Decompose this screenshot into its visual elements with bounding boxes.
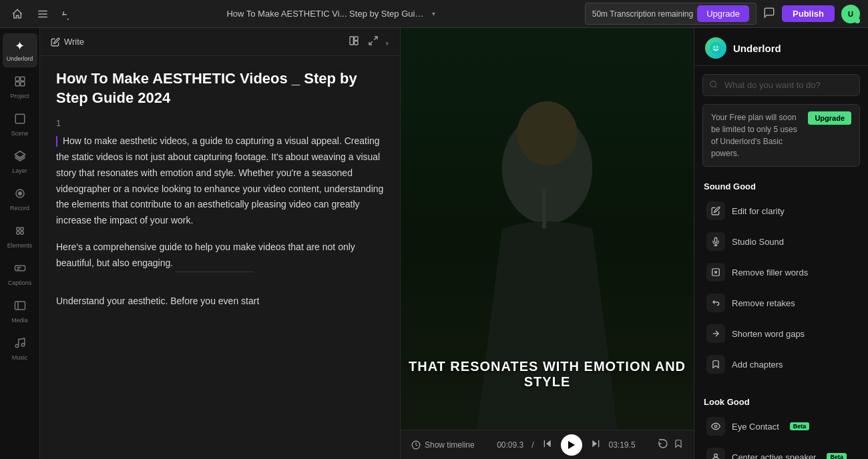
layout-toggle[interactable] — [346, 33, 362, 51]
script-toolbar-left: Write — [51, 37, 84, 47]
svg-rect-22 — [350, 37, 353, 45]
add-chapters-icon — [706, 355, 725, 374]
feature-shorten-gaps[interactable]: Shorten word gaps — [697, 318, 865, 349]
video-area: THAT RESONATES WITH EMOTION AND STYLE — [401, 28, 694, 430]
chevron-down-icon: ▾ — [432, 10, 435, 17]
transcription-badge: 50m Transcription remaining Upgrade — [585, 3, 756, 25]
upgrade-notice-text: Your Free plan will soon be limited to o… — [711, 111, 803, 159]
undo-button[interactable] — [59, 5, 77, 23]
sidebar-item-layer[interactable]: Layer — [3, 145, 37, 179]
search-input[interactable] — [702, 74, 860, 96]
look-good-title: Look Good — [694, 390, 868, 411]
scene-icon — [14, 113, 26, 128]
rewind-icon-button[interactable] — [658, 438, 668, 451]
svg-point-13 — [16, 232, 19, 235]
feature-center-speaker[interactable]: Center active speaker Beta — [697, 442, 865, 459]
remove-filler-icon — [706, 263, 725, 282]
feature-remove-filler[interactable]: Remove filler words — [697, 257, 865, 288]
music-icon — [14, 337, 26, 352]
svg-point-11 — [16, 227, 19, 231]
video-player-controls: Show timeline 00:09.3 / 03:19.5 — [401, 430, 694, 459]
svg-point-39 — [714, 46, 715, 47]
upgrade-notice-button[interactable]: Upgrade — [808, 111, 851, 125]
sidebar-item-label: Layer — [12, 167, 27, 174]
search-box — [702, 74, 860, 96]
sidebar-item-project[interactable]: Project — [3, 70, 37, 105]
captions-icon — [14, 262, 26, 278]
eye-contact-label: Eye Contact — [732, 422, 779, 432]
svg-line-26 — [369, 41, 373, 45]
feature-add-chapters[interactable]: Add chapters — [697, 349, 865, 380]
sidebar-item-elements[interactable]: Elements — [3, 219, 37, 254]
svg-rect-5 — [15, 82, 19, 86]
add-chapters-label: Add chapters — [732, 360, 783, 370]
publish-button[interactable]: Publish — [782, 5, 835, 22]
menu-button[interactable] — [33, 5, 52, 23]
remove-retakes-icon — [706, 294, 725, 312]
feature-studio-sound[interactable]: Studio Sound — [697, 226, 865, 257]
home-button[interactable] — [8, 5, 27, 23]
sidebar-item-underlord[interactable]: ✦ Underlord — [3, 33, 37, 67]
sound-good-title: Sound Good — [694, 175, 868, 195]
skip-forward-button[interactable] — [590, 438, 601, 452]
write-label: Write — [64, 37, 84, 47]
avatar: U — [841, 5, 860, 23]
remove-retakes-label: Remove retakes — [732, 298, 795, 308]
shorten-gaps-label: Shorten word gaps — [732, 329, 805, 339]
svg-point-40 — [717, 46, 718, 47]
project-icon — [14, 75, 26, 91]
player-left: Show timeline — [411, 440, 475, 450]
paragraph-3-text: Understand your aesthetic. Before you ev… — [56, 296, 259, 306]
sidebar-item-label: Music — [12, 354, 28, 361]
svg-point-20 — [15, 344, 19, 348]
feature-remove-retakes[interactable]: Remove retakes — [697, 288, 865, 318]
svg-rect-7 — [15, 114, 25, 123]
feature-eye-contact[interactable]: Eye Contact Beta — [697, 411, 865, 442]
studio-sound-label: Studio Sound — [732, 237, 784, 247]
upgrade-notice-row: Your Free plan will soon be limited to o… — [711, 111, 851, 159]
underlord-title: Underlord — [733, 43, 781, 54]
topbar-right: 50m Transcription remaining Upgrade Publ… — [585, 3, 860, 25]
svg-marker-35 — [568, 441, 575, 449]
show-timeline-label: Show timeline — [425, 440, 475, 450]
sidebar-item-music[interactable]: Music — [3, 332, 37, 366]
sidebar-item-captions[interactable]: Captions — [3, 257, 37, 292]
search-icon — [709, 80, 718, 91]
center-speaker-label: Center active speaker — [732, 452, 816, 460]
write-button[interactable]: Write — [51, 37, 84, 47]
expand-icon[interactable] — [365, 33, 381, 51]
svg-point-50 — [714, 454, 718, 457]
sidebar-item-label: Scene — [11, 130, 29, 137]
script-content: How To Make AESTHETIC Videos _ Step by S… — [40, 56, 400, 459]
skip-back-button[interactable] — [542, 438, 553, 452]
svg-marker-36 — [592, 440, 597, 447]
feature-edit-clarity[interactable]: Edit for clarity — [697, 195, 865, 226]
svg-marker-33 — [546, 440, 551, 447]
script-panel: Write ▾ How To Make AESTHETIC Videos _ S… — [40, 28, 401, 459]
record-icon — [14, 187, 26, 203]
svg-point-41 — [710, 81, 716, 87]
section-number: 1 — [56, 118, 384, 128]
bookmark-button[interactable] — [674, 438, 683, 451]
show-timeline-button[interactable]: Show timeline — [411, 440, 475, 450]
elements-icon — [14, 225, 26, 240]
script-toolbar-right: ▾ — [346, 33, 389, 51]
sidebar-item-label: Underlord — [7, 55, 33, 62]
script-paragraph-3: Understand your aesthetic. Before you ev… — [56, 294, 384, 310]
sidebar-item-scene[interactable]: Scene — [3, 107, 37, 142]
underlord-avatar — [705, 37, 726, 59]
svg-line-42 — [715, 86, 716, 87]
sidebar-item-record[interactable]: Record — [3, 182, 37, 217]
play-button[interactable] — [561, 434, 582, 456]
media-icon — [14, 300, 26, 315]
upgrade-button[interactable]: Upgrade — [697, 5, 749, 22]
sidebar-item-media[interactable]: Media — [3, 294, 37, 329]
svg-point-38 — [710, 43, 722, 54]
layer-icon — [14, 150, 26, 165]
paragraph-1-text: How to make aesthetic videos, a guide to… — [56, 135, 383, 225]
online-indicator — [855, 18, 860, 23]
svg-rect-24 — [355, 41, 358, 45]
edit-clarity-label: Edit for clarity — [732, 206, 785, 216]
svg-rect-18 — [15, 302, 25, 310]
notification-button[interactable] — [763, 7, 775, 21]
